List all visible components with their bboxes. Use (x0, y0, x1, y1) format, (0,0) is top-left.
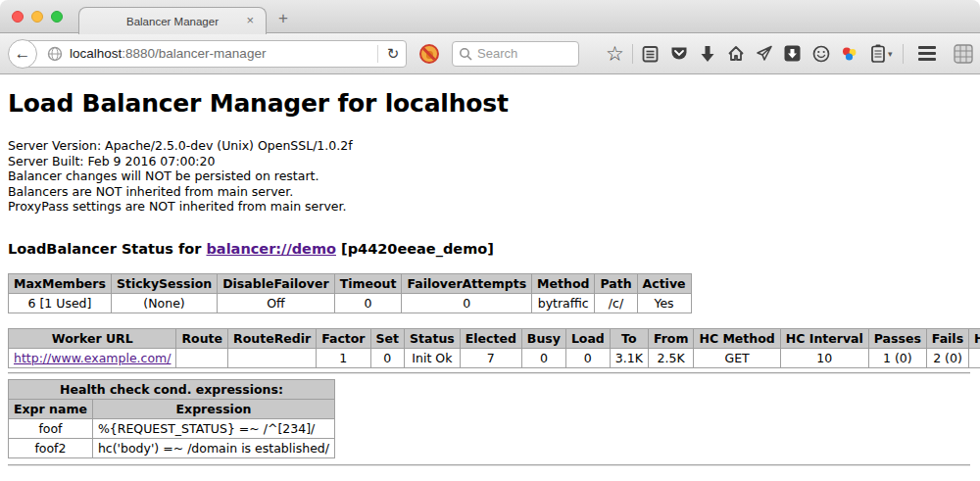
cell-from: 2.5K (648, 348, 694, 367)
download-button[interactable] (693, 42, 721, 66)
cell-fails: 2 (0) (926, 348, 968, 367)
addon-download-button[interactable] (778, 42, 807, 66)
pocket-icon (670, 45, 688, 62)
clipboard-dropdown-caret[interactable]: ▾ (888, 49, 893, 59)
cell-hc-method: GET (694, 348, 780, 367)
column-header: HC Method (694, 328, 780, 348)
column-header: DisableFailover (218, 273, 334, 293)
column-header: Path (595, 273, 637, 293)
back-button[interactable]: ← (8, 39, 37, 69)
table-title-row: Health check cond. expressions: (9, 379, 335, 399)
zoom-window-button[interactable] (51, 11, 63, 23)
cell-worker-url: http://www.example.com/ (9, 348, 176, 367)
cell-path: /c/ (595, 293, 637, 313)
column-header: Elected (460, 328, 521, 348)
worker-url-link[interactable]: http://www.example.com/ (14, 351, 171, 365)
toolbar-divider (903, 44, 904, 64)
section-divider (8, 372, 970, 374)
close-window-button[interactable] (12, 11, 24, 23)
colors-addon-button[interactable] (835, 42, 863, 66)
navigation-toolbar: ← localhost:8880/balancer-manager ↻ ☆ (0, 33, 980, 74)
column-header: Timeout (334, 273, 402, 293)
page-content: Load Balancer Manager for localhost Serv… (0, 74, 980, 466)
table-header-row: MaxMembers StickySession DisableFailover… (9, 273, 692, 293)
search-bar[interactable] (452, 41, 579, 67)
column-header: Passes (868, 328, 926, 348)
bookmark-star-button[interactable]: ☆ (601, 42, 629, 66)
column-header: RouteRedir (228, 328, 317, 348)
tab-groups-icon (954, 44, 973, 64)
column-header: Active (637, 273, 691, 293)
url-path: :8880/balancer-manager (122, 46, 266, 61)
column-header: Set (370, 328, 404, 348)
cell-maxmembers: 6 [1 Used] (9, 293, 112, 313)
column-header: Worker URL (9, 328, 176, 348)
column-header: Load (565, 328, 610, 348)
table-row: 6 [1 Used] (None) Off 0 0 bytraffic /c/ … (9, 293, 692, 313)
toolbar-icons: ☆ (601, 42, 978, 66)
reload-button[interactable]: ↻ (380, 45, 406, 63)
cell-to: 3.1K (610, 348, 648, 367)
star-icon: ☆ (606, 44, 624, 64)
send-button[interactable] (750, 42, 778, 66)
cell-failoverattempts: 0 (402, 293, 532, 313)
cell-expression: hc('body') =~ /domain is established/ (92, 438, 334, 457)
emoji-icon (812, 45, 830, 63)
tab-title: Balancer Manager (126, 16, 219, 27)
balancer-demo-link[interactable]: balancer://demo (206, 241, 336, 257)
column-header: FailoverAttempts (402, 273, 532, 293)
cell-set: 0 (370, 348, 404, 367)
url-text[interactable]: localhost:8880/balancer-manager (70, 46, 375, 61)
column-header: From (648, 328, 694, 348)
new-tab-button[interactable]: + (278, 9, 288, 28)
window-controls (12, 11, 63, 23)
cell-busy: 0 (521, 348, 565, 367)
tab-close-icon[interactable]: × (246, 14, 254, 27)
home-button[interactable] (721, 42, 750, 66)
notice-line: ProxyPass settings are NOT inherited fro… (8, 199, 972, 215)
table-header-row: Expr name Expression (9, 399, 335, 418)
browser-window: Balancer Manager × + ← localhost:8880/ba… (0, 0, 980, 481)
reading-list-button[interactable] (636, 42, 664, 66)
url-bar[interactable]: localhost:8880/balancer-manager ↻ (23, 40, 407, 68)
cell-disablefailover: Off (218, 293, 334, 313)
blocked-content-icon[interactable] (419, 44, 439, 64)
page-title: Load Balancer Manager for localhost (8, 89, 972, 118)
tab-groups-button[interactable] (950, 42, 978, 66)
home-icon (727, 45, 745, 62)
tab-balancer-manager[interactable]: Balancer Manager × (78, 7, 267, 34)
cell-timeout: 0 (334, 293, 402, 313)
cell-passes: 1 (0) (868, 348, 926, 367)
cell-hc-interval: 10 (780, 348, 868, 367)
cell-factor: 1 (317, 348, 370, 367)
menu-button[interactable] (913, 42, 942, 66)
toolbar-divider (632, 44, 633, 64)
search-icon (459, 47, 472, 61)
column-header: HC Interval (780, 328, 868, 348)
server-built-line: Server Built: Feb 9 2016 07:00:20 (8, 154, 972, 169)
cell-route (176, 348, 228, 367)
pocket-button[interactable] (664, 42, 693, 66)
cell-stickysession: (None) (111, 293, 217, 313)
column-header: Method (532, 273, 595, 293)
minimize-window-button[interactable] (31, 11, 43, 23)
column-header: Expr name (9, 399, 93, 418)
status-heading-prefix: LoadBalancer Status for (8, 241, 206, 257)
worker-table: Worker URL Route RouteRedir Factor Set S… (8, 328, 980, 368)
url-host: localhost (70, 46, 122, 61)
send-plane-icon (756, 45, 773, 62)
balancer-status-heading: LoadBalancer Status for balancer://demo … (8, 241, 972, 257)
tab-bar: Balancer Manager × + (0, 0, 980, 33)
cell-expr-name: foof2 (9, 438, 93, 457)
column-header: HC uri (969, 328, 980, 348)
hamburger-icon (918, 43, 936, 64)
table-row: http://www.example.com/ 1 0 Init Ok 7 0 … (9, 348, 980, 367)
back-arrow-icon: ← (15, 44, 31, 64)
cell-expr-name: foof (9, 418, 93, 438)
page-bottom-divider (8, 464, 970, 466)
search-input[interactable] (477, 46, 565, 61)
emoji-addon-button[interactable] (807, 42, 835, 66)
table-row: foof2 hc('body') =~ /domain is establish… (9, 438, 335, 457)
cell-hc-uri (969, 348, 980, 367)
cell-method: bytraffic (532, 293, 595, 313)
